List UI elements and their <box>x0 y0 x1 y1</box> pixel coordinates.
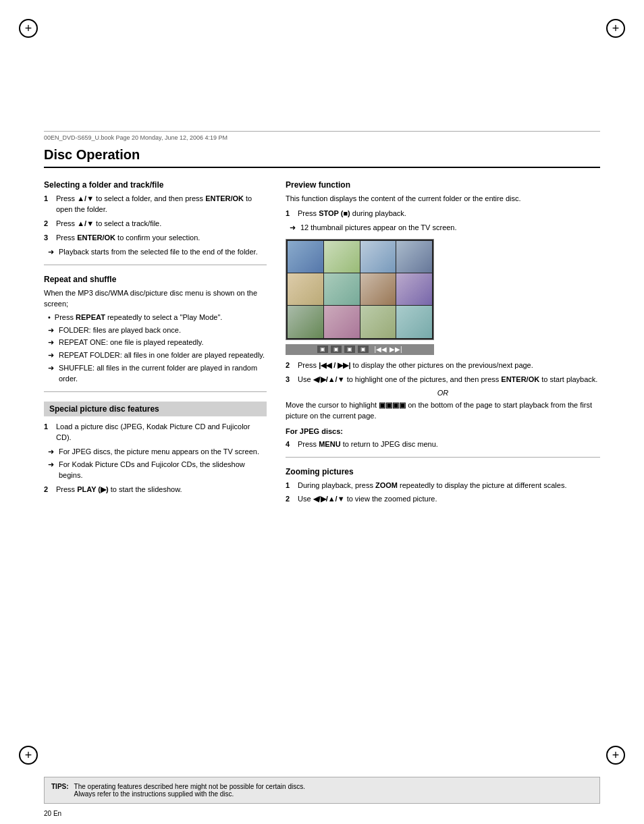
file-info-text: 00EN_DVD-S659_U.book Page 20 Monday, Jun… <box>44 134 227 141</box>
repeat-intro: When the MP3 disc/WMA disc/picture disc … <box>44 288 267 310</box>
section-heading-folder: Selecting a folder and track/file <box>44 180 267 190</box>
jpeg-discs-heading: For JPEG discs: <box>286 427 600 435</box>
thumb-6 <box>324 273 360 305</box>
preview-controls-bar: ▣ ▣ ▣ ▣ |◀◀ ▶▶| <box>286 344 434 355</box>
reg-mark-tr <box>606 19 625 38</box>
thumb-10 <box>324 306 360 337</box>
right-column: Preview function This function displays … <box>286 180 600 508</box>
thumb-8 <box>396 273 432 305</box>
preview-arrow-1: ➜ 12 thumbnail pictures appear on the TV… <box>286 223 600 234</box>
two-column-layout: Selecting a folder and track/file 1 Pres… <box>44 180 600 508</box>
preview-step-2: 2 Press |◀◀ / ▶▶| to display the other p… <box>286 360 600 371</box>
zoom-step-1: 1 During playback, press ZOOM repeatedly… <box>286 480 600 491</box>
tips-box: TIPS: The operating features described h… <box>44 777 600 804</box>
ctrl-box-4: ▣ <box>358 346 369 353</box>
repeat-arrow-3: ➜ REPEAT FOLDER: all files in one folder… <box>44 350 267 361</box>
special-box-title: Special picture disc features <box>49 404 261 414</box>
preview-steps-list: 1 Press STOP (■) during playback. <box>286 209 600 219</box>
reg-mark-bl <box>19 746 38 765</box>
main-content: Disc Operation Selecting a folder and tr… <box>44 147 600 746</box>
section-heading-zoom: Zooming pictures <box>286 467 600 476</box>
preview-step-1: 1 Press STOP (■) during playback. <box>286 209 600 219</box>
jpeg-step-4: 4 Press MENU to return to JPEG disc menu… <box>286 439 600 450</box>
ctrl-prev: |◀◀ <box>374 346 387 353</box>
thumb-12 <box>396 306 432 337</box>
divider-2 <box>44 391 267 392</box>
special-steps-list: 1 Load a picture disc (JPEG, Kodak Pictu… <box>44 422 267 443</box>
folder-steps-list: 1 Press ▲/▼ to select a folder, and then… <box>44 194 267 244</box>
page-number: 20 En <box>44 810 61 817</box>
tips-label: TIPS: <box>51 783 69 798</box>
thumb-2 <box>324 241 360 273</box>
thumb-5 <box>288 273 323 305</box>
or-divider: OR <box>286 389 600 397</box>
ctrl-next: ▶▶| <box>390 346 402 353</box>
thumb-1 <box>288 241 323 273</box>
special-steps-list-2: 2 Press PLAY (▶) to start the slideshow. <box>44 485 267 495</box>
reg-mark-br <box>606 746 625 765</box>
tips-text: The operating features described here mi… <box>74 783 305 798</box>
divider-right-1 <box>286 457 600 458</box>
reg-mark-tl <box>19 19 38 38</box>
preview-step-3: 3 Use ◀/▶/▲/▼ to highlight one of the pi… <box>286 375 600 385</box>
repeat-bullet: • Press REPEAT repeatedly to select a "P… <box>44 312 267 323</box>
folder-step-1: 1 Press ▲/▼ to select a folder, and then… <box>44 194 267 215</box>
move-cursor-text: Move the cursor to highlight ▣▣▣▣ on the… <box>286 400 600 422</box>
tips-text-1: The operating features described here mi… <box>74 783 305 790</box>
page-title: Disc Operation <box>44 147 600 168</box>
zoom-steps-list: 1 During playback, press ZOOM repeatedly… <box>286 480 600 505</box>
special-step-2: 2 Press PLAY (▶) to start the slideshow. <box>44 485 267 495</box>
preview-thumbnail-grid <box>286 239 434 340</box>
thumb-4 <box>396 241 432 273</box>
ctrl-box-2: ▣ <box>331 346 342 353</box>
ctrl-box-1: ▣ <box>317 346 328 353</box>
ctrl-box-3: ▣ <box>344 346 355 353</box>
folder-step-3: 3 Press ENTER/OK to confirm your selecti… <box>44 233 267 244</box>
zoom-step-2: 2 Use ◀/▶/▲/▼ to view the zoomed picture… <box>286 494 600 505</box>
preview-steps-list-2: 2 Press |◀◀ / ▶▶| to display the other p… <box>286 360 600 385</box>
file-info: 00EN_DVD-S659_U.book Page 20 Monday, Jun… <box>44 131 600 141</box>
folder-step-2: 2 Press ▲/▼ to select a track/file. <box>44 219 267 229</box>
tips-text-2: Always refer to the instructions supplie… <box>74 790 305 798</box>
thumb-11 <box>360 306 396 337</box>
special-arrow-1: ➜ For JPEG discs, the picture menu appea… <box>44 447 267 458</box>
repeat-arrow-1: ➜ FOLDER: files are played back once. <box>44 325 267 336</box>
section-heading-preview: Preview function <box>286 180 600 190</box>
divider-1 <box>44 265 267 265</box>
special-step-1: 1 Load a picture disc (JPEG, Kodak Pictu… <box>44 422 267 443</box>
special-box: Special picture disc features <box>44 402 267 416</box>
left-column: Selecting a folder and track/file 1 Pres… <box>44 180 267 508</box>
folder-arrow-1: ➜ Playback starts from the selected file… <box>44 247 267 258</box>
repeat-arrow-4: ➜ SHUFFLE: all files in the current fold… <box>44 363 267 385</box>
thumb-9 <box>288 306 323 337</box>
repeat-arrow-2: ➜ REPEAT ONE: one file is played repeate… <box>44 337 267 348</box>
jpeg-steps-list: 4 Press MENU to return to JPEG disc menu… <box>286 439 600 450</box>
special-arrow-2: ➜ For Kodak Picture CDs and Fujicolor CD… <box>44 460 267 481</box>
preview-intro: This function displays the content of th… <box>286 194 600 204</box>
thumb-7 <box>360 273 396 305</box>
thumb-3 <box>360 241 396 273</box>
section-heading-repeat: Repeat and shuffle <box>44 275 267 284</box>
